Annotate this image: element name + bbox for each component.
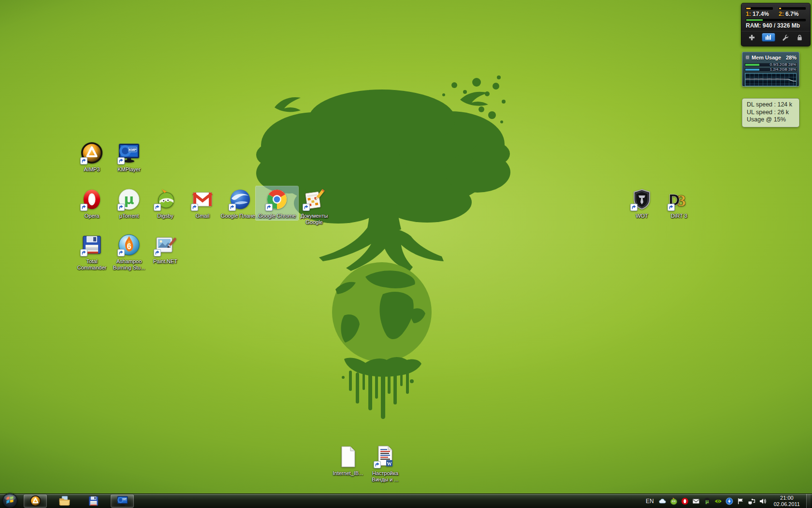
kmplayer-icon: KMP [117,141,141,164]
icon-label: KMPlayer [109,166,149,173]
digsby-tray-icon[interactable] [670,497,678,505]
gadget-add-button[interactable] [747,33,756,41]
mem-total-percent: 28% [786,55,797,60]
taskbar-tray: EN µ 21:00 02.06.2011 [646,494,812,508]
upload-speed: UL speed : 26 k [747,109,795,117]
mem-usage-gadget[interactable]: Mem Usage 28% 0.9/3.2GB 28% 1.2/4.2GB 28… [742,52,799,87]
language-indicator[interactable]: EN [646,498,654,505]
gadget-settings-button[interactable] [780,33,790,41]
desktop-icon-google-docs[interactable]: Документы Google [293,186,335,226]
gadget-lock-button[interactable] [795,33,805,41]
svg-text:KMP: KMP [129,148,137,151]
desktop-icon-gmail[interactable]: Gmail [181,186,224,220]
google-chrome-icon [265,188,289,211]
paintnet-icon [154,233,177,256]
shortcut-arrow-icon [80,249,87,256]
google-earth-icon [229,188,252,211]
cloud-icon[interactable] [659,497,667,505]
volume-icon[interactable] [759,497,767,505]
opera-icon [80,188,103,211]
ashampoo-icon: 6 [117,233,141,256]
taskbar-left: KMP [2,494,134,508]
desktop-icon-dirt3[interactable]: D3DiRT 3 [658,186,700,220]
svg-text:µ: µ [124,191,134,208]
network-speed-gadget[interactable]: DL speed : 124 k UL speed : 26 k Usage @… [742,98,799,127]
shortcut-arrow-icon [265,204,273,211]
desktop-icons: AIMP3KMPKMPlayerOperaµµTorrentDigsbyGmai… [0,0,812,508]
gmail-icon [191,188,214,211]
total-commander-icon [80,233,103,256]
lightning-tray-icon[interactable] [725,497,733,505]
clock[interactable]: 21:00 02.06.2011 [774,495,800,507]
icon-label: µTorrent [109,213,149,219]
taskbar-button-explorer[interactable] [53,494,76,508]
icon-label: DiRT 3 [659,213,699,219]
taskbar-button-aimp3[interactable] [24,494,47,508]
show-desktop-button[interactable] [806,494,811,508]
desktop-icon-aimp3[interactable]: AIMP3 [71,140,113,174]
wot-icon [630,188,653,211]
cpu-core2-bar [779,7,806,10]
desktop-icon-google-earth[interactable]: Google Плане... [219,186,261,220]
gadget-graph-button[interactable] [762,33,775,42]
utorrent-tray-icon[interactable]: µ [703,497,711,505]
icon-label: Paint.NET [145,258,186,265]
memory-chip-icon [745,53,750,62]
shortcut-arrow-icon [229,204,236,211]
desktop-icon-google-chrome[interactable]: Google Chrome [256,186,298,220]
icon-label: Google Плане... [220,213,261,219]
desktop-icon-total-commander[interactable]: Total Commander [71,232,113,271]
network-icon[interactable] [748,497,755,505]
ram-bar [746,19,806,21]
desktop-icon-nastroika-vindy[interactable]: WНастройка Винды и ... [364,444,406,483]
action-center-flag-icon[interactable] [737,497,744,505]
clock-time: 21:00 [774,495,800,501]
icon-label: WOT [622,213,662,219]
icon-label: Настройка Винды и ... [365,470,406,482]
shortcut-arrow-icon [154,249,161,256]
aimp3-taskbar-icon [29,495,42,507]
shortcut-arrow-icon [630,204,638,211]
utorrent-icon: µ [117,188,141,211]
usage-percent: Usage @ 15% [747,116,795,124]
nvidia-tray-icon[interactable] [714,497,722,505]
mem-row-pagefile: 1.2/4.2GB 28% [745,68,797,72]
mem-gadget-title: Mem Usage [752,55,781,60]
desktop-icon-wot[interactable]: WOT [621,186,663,220]
shortcut-arrow-icon [154,204,161,211]
download-speed: DL speed : 124 k [747,101,795,109]
start-button[interactable] [2,493,18,508]
icon-label: Total Commander [72,258,112,270]
desktop-icon-digsby[interactable]: Digsby [144,186,187,220]
shortcut-arrow-icon [117,157,125,164]
shortcut-arrow-icon [374,461,381,468]
icon-label: Документы Google [294,213,334,225]
kmplayer-taskbar-icon: KMP [116,495,129,507]
shortcut-arrow-icon [117,204,125,211]
cpu-meter-gadget[interactable]: 1: 17.4% 2: 6.7% RAM: 940 / 3326 Mb [741,3,811,46]
ram-text: RAM: 940 / 3326 Mb [746,22,806,29]
desktop-icon-paintnet[interactable]: Paint.NET [144,232,187,266]
nastroika-vindy-icon: W [374,445,397,468]
taskbar-button-kmplayer[interactable]: KMP [111,494,134,508]
shortcut-arrow-icon [80,157,87,164]
svg-text:W: W [387,461,392,466]
mail-tray-icon[interactable] [692,497,700,505]
mem-row-physical: 0.9/3.2GB 28% [745,63,797,67]
shortcut-arrow-icon [191,204,198,211]
total-commander-taskbar-icon [87,495,100,507]
opera-tray-icon[interactable] [681,497,689,505]
cpu-core1-text: 1: 17.4% [746,11,773,17]
shortcut-arrow-icon [117,249,125,256]
internet-ib-icon [336,445,360,468]
cpu-core2-text: 2: 6.7% [779,11,806,17]
desktop-icon-opera[interactable]: Opera [71,186,113,220]
svg-text:KMP: KMP [122,498,127,500]
taskbar: KMP EN µ 21:00 02.06.2011 [0,493,812,508]
taskbar-button-total-commander[interactable] [82,494,105,508]
icon-label: Opera [72,213,112,219]
desktop-icon-internet-ib[interactable]: Internet_IB... [327,444,369,478]
desktop[interactable]: { "desktop": { "icons": [ { "id": "aimp3… [0,0,812,508]
desktop-icon-kmplayer[interactable]: KMPKMPlayer [108,140,150,174]
icon-label: Google Chrome [257,213,297,219]
